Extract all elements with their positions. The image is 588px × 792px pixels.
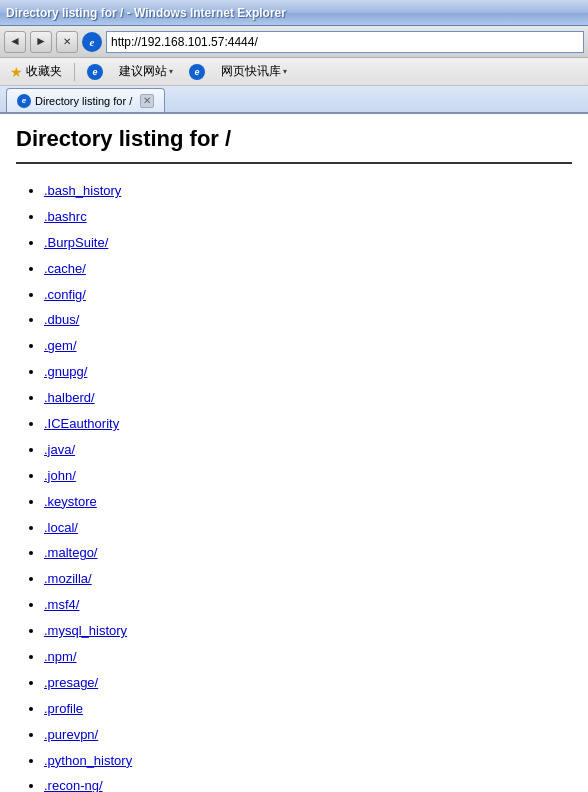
ie-icon-quicklib: e (185, 62, 209, 82)
file-link[interactable]: .bashrc (44, 209, 87, 224)
file-list: .bash_history.bashrc.BurpSuite/.cache/.c… (16, 178, 572, 792)
favorites-button[interactable]: ★ 收藏夹 (6, 61, 66, 82)
list-item: .presage/ (44, 670, 572, 696)
star-icon: ★ (10, 64, 23, 80)
list-item: .bashrc (44, 204, 572, 230)
file-link[interactable]: .profile (44, 701, 83, 716)
list-item: .profile (44, 696, 572, 722)
file-link[interactable]: .dbus/ (44, 312, 79, 327)
file-link[interactable]: .john/ (44, 468, 76, 483)
list-item: .keystore (44, 489, 572, 515)
forward-button[interactable]: ► (30, 31, 52, 53)
list-item: .purevpn/ (44, 722, 572, 748)
file-link[interactable]: .config/ (44, 287, 86, 302)
quicklib-chevron: ▾ (283, 67, 287, 76)
file-link[interactable]: .gem/ (44, 338, 77, 353)
quicklib-label: 网页快讯库 (221, 63, 281, 80)
title-bar-text: Directory listing for / - Windows Intern… (6, 6, 582, 20)
ie-logo: e (82, 32, 102, 52)
file-link[interactable]: .java/ (44, 442, 75, 457)
file-link[interactable]: .ICEauthority (44, 416, 119, 431)
file-link[interactable]: .keystore (44, 494, 97, 509)
file-link[interactable]: .recon-ng/ (44, 778, 103, 792)
file-link[interactable]: .halberd/ (44, 390, 95, 405)
title-bar: Directory listing for / - Windows Intern… (0, 0, 588, 26)
list-item: .gem/ (44, 333, 572, 359)
list-item: .BurpSuite/ (44, 230, 572, 256)
file-link[interactable]: .bash_history (44, 183, 121, 198)
tab-bar: e Directory listing for / ✕ (0, 86, 588, 114)
address-bar: ◄ ► ✕ e (0, 26, 588, 58)
file-link[interactable]: .local/ (44, 520, 78, 535)
list-item: .java/ (44, 437, 572, 463)
list-item: .maltego/ (44, 540, 572, 566)
list-item: .python_history (44, 748, 572, 774)
divider (16, 162, 572, 164)
list-item: .john/ (44, 463, 572, 489)
suggest-websites[interactable]: 建议网站 ▾ (115, 61, 177, 82)
quicklib[interactable]: 网页快讯库 ▾ (217, 61, 291, 82)
list-item: .mozilla/ (44, 566, 572, 592)
file-link[interactable]: .mysql_history (44, 623, 127, 638)
file-link[interactable]: .presage/ (44, 675, 98, 690)
list-item: .config/ (44, 282, 572, 308)
file-link[interactable]: .mozilla/ (44, 571, 92, 586)
tab-ie-icon: e (17, 94, 31, 108)
list-item: .ICEauthority (44, 411, 572, 437)
file-link[interactable]: .npm/ (44, 649, 77, 664)
list-item: .npm/ (44, 644, 572, 670)
tab-close-button[interactable]: ✕ (140, 94, 154, 108)
list-item: .halberd/ (44, 385, 572, 411)
list-item: .dbus/ (44, 307, 572, 333)
tab-label: Directory listing for / (35, 95, 132, 107)
ie-logo-quicklib: e (189, 64, 205, 80)
file-link[interactable]: .msf4/ (44, 597, 79, 612)
list-item: .recon-ng/ (44, 773, 572, 792)
file-link[interactable]: .purevpn/ (44, 727, 98, 742)
list-item: .gnupg/ (44, 359, 572, 385)
file-link[interactable]: .maltego/ (44, 545, 97, 560)
stop-button[interactable]: ✕ (56, 31, 78, 53)
address-input[interactable] (106, 31, 584, 53)
page-title: Directory listing for / (16, 126, 572, 152)
list-item: .msf4/ (44, 592, 572, 618)
favorites-label: 收藏夹 (26, 63, 62, 80)
file-link[interactable]: .cache/ (44, 261, 86, 276)
list-item: .mysql_history (44, 618, 572, 644)
file-link[interactable]: .gnupg/ (44, 364, 87, 379)
back-button[interactable]: ◄ (4, 31, 26, 53)
browser-tab[interactable]: e Directory listing for / ✕ (6, 88, 165, 112)
file-link[interactable]: .BurpSuite/ (44, 235, 108, 250)
favorites-bar: ★ 收藏夹 e 建议网站 ▾ e 网页快讯库 ▾ (0, 58, 588, 86)
suggest-chevron: ▾ (169, 67, 173, 76)
page-content: Directory listing for / .bash_history.ba… (0, 114, 588, 792)
list-item: .local/ (44, 515, 572, 541)
list-item: .bash_history (44, 178, 572, 204)
list-item: .cache/ (44, 256, 572, 282)
ie-logo-suggest: e (87, 64, 103, 80)
file-link[interactable]: .python_history (44, 753, 132, 768)
ie-icon-suggest: e (83, 62, 107, 82)
suggest-label: 建议网站 (119, 63, 167, 80)
